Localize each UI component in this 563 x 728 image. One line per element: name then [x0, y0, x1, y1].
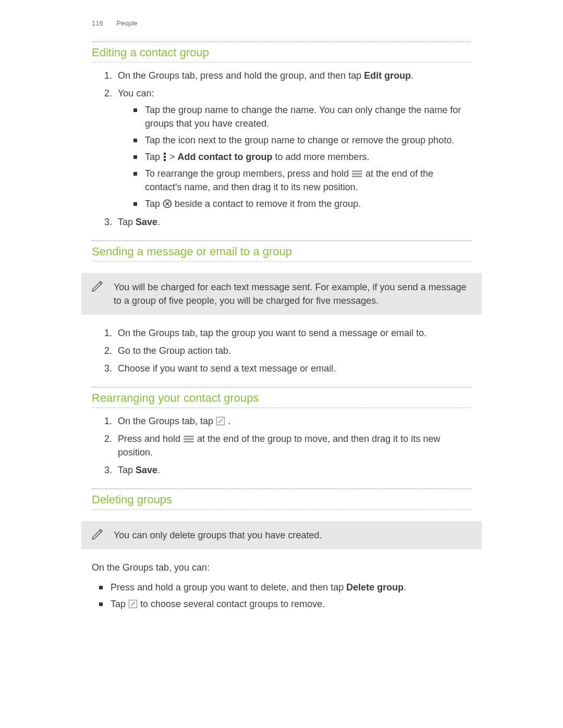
remove-circle-icon [163, 199, 172, 208]
svg-rect-5 [352, 176, 362, 177]
label-delete-group: Delete group [346, 582, 403, 593]
heading-sending-message-group: Sending a message or email to a group [92, 241, 471, 262]
label-edit-group: Edit group [364, 70, 411, 81]
label-save: Save [136, 217, 157, 227]
heading-rearranging-groups: Rearranging your contact groups [92, 387, 471, 408]
page-number: 116 [92, 19, 103, 29]
rearranging-steps: On the Groups tab, tap . Press and hold … [92, 414, 471, 477]
heading-deleting-groups: Deleting groups [92, 489, 471, 510]
pencil-icon [90, 278, 105, 294]
pencil-icon [90, 526, 105, 542]
text: On the Groups tab, press and hold the gr… [118, 70, 364, 81]
step: Tap Save. [115, 215, 471, 229]
text: . [228, 416, 230, 426]
step: On the Groups tab, tap . [115, 414, 471, 428]
bullet: To rearrange the group members, press an… [133, 167, 471, 194]
note-text: You can only delete groups that you have… [114, 530, 322, 540]
text: > [169, 152, 178, 162]
sub-bullets: Tap the group name to change the name. Y… [133, 103, 471, 211]
deleting-bullets: Press and hold a group you want to delet… [99, 581, 471, 611]
svg-rect-12 [183, 438, 194, 440]
text: Tap [145, 152, 163, 162]
manual-section: People [116, 19, 137, 27]
svg-rect-2 [164, 159, 166, 161]
edit-pencil-box-icon [128, 599, 138, 609]
svg-line-14 [100, 530, 101, 532]
note-charges: You will be charged for each text messag… [81, 273, 482, 315]
text: Press and hold a group you want to delet… [111, 582, 346, 593]
sending-steps: On the Groups tab, tap the group you wan… [92, 326, 471, 375]
svg-rect-13 [183, 441, 194, 442]
step: On the Groups tab, tap the group you wan… [115, 326, 471, 340]
page-header: 116 People [0, 19, 563, 29]
text: Tap [118, 217, 136, 227]
svg-line-9 [100, 282, 101, 284]
step: You can: Tap the group name to change th… [115, 87, 471, 211]
bullet: Tap the group name to change the name. Y… [133, 103, 471, 130]
bullet: Tap to choose several contact groups to … [99, 597, 471, 611]
drag-handle-icon [183, 435, 194, 443]
label-add-contact-to-group: Add contact to group [178, 152, 273, 162]
svg-rect-11 [183, 436, 194, 437]
svg-rect-1 [164, 156, 166, 158]
text: . [157, 217, 160, 227]
bullet: Press and hold a group you want to delet… [99, 581, 471, 594]
note-text: You will be charged for each text messag… [114, 282, 467, 306]
svg-rect-3 [352, 170, 362, 172]
page: 116 People Editing a contact group On th… [0, 0, 563, 611]
text: On the Groups tab, tap [118, 416, 216, 426]
text: Tap [145, 199, 163, 209]
text: . [157, 465, 160, 475]
label-save: Save [136, 465, 157, 475]
step: Choose if you want to send a text messag… [115, 362, 471, 375]
text: . [403, 582, 406, 593]
text: to add more members. [273, 152, 370, 162]
text: You can: [118, 88, 154, 98]
note-delete-own-only: You can only delete groups that you have… [81, 521, 482, 549]
heading-editing-contact-group: Editing a contact group [92, 42, 471, 63]
drag-handle-icon [351, 170, 363, 178]
deleting-intro: On the Groups tab, you can: [92, 561, 471, 574]
text: Tap [118, 465, 136, 475]
step: Go to the Group action tab. [115, 344, 471, 357]
text: beside a contact to remove it from the g… [175, 199, 361, 209]
text: . [411, 70, 413, 81]
bullet: Tap > Add contact to group to add more m… [133, 150, 471, 164]
step: Press and hold at the end of the group t… [115, 432, 471, 459]
text: To rearrange the group members, press an… [145, 168, 351, 179]
editing-steps: On the Groups tab, press and hold the gr… [92, 69, 471, 229]
step: On the Groups tab, press and hold the gr… [115, 69, 471, 82]
bullet: Tap the icon next to the group name to c… [133, 133, 471, 147]
svg-rect-0 [164, 153, 166, 155]
text: Tap [111, 599, 128, 609]
text: Press and hold [118, 434, 183, 444]
bullet: Tap beside a contact to remove it from t… [133, 197, 471, 211]
overflow-menu-icon [163, 152, 167, 162]
svg-rect-4 [352, 173, 362, 175]
text: to choose several contact groups to remo… [140, 599, 325, 609]
step: Tap Save. [115, 463, 471, 477]
edit-pencil-box-icon [216, 416, 225, 426]
